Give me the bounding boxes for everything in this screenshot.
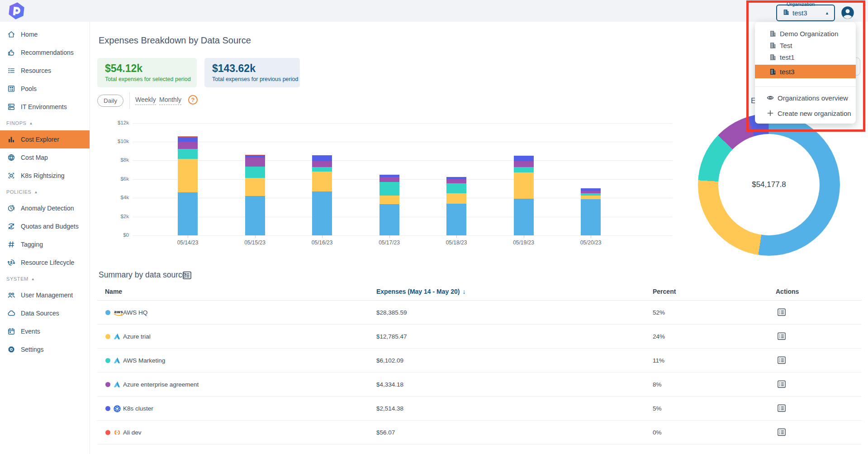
bar-segment-azure-enterprise-agreement[interactable] [446,179,466,183]
x-axis-tick-label: 05/17/23 [367,239,412,246]
org-menu-item-test3[interactable]: test3 [755,65,856,78]
tab-weekly[interactable]: Weekly [135,96,156,105]
row-list-details-icon[interactable] [777,308,786,319]
cell-name[interactable]: Ali dev [123,429,142,436]
bar-segment-aws-hq[interactable] [178,192,198,235]
cell-name[interactable]: AWS Marketing [123,357,165,364]
column-header-expenses[interactable]: Expenses (May 14 - May 20)↓ [376,288,465,295]
sidebar: HomeRecommendationsResourcesPoolsIT Envi… [0,22,90,454]
app-logo-icon[interactable] [7,1,26,22]
sidebar-item-pools[interactable]: Pools [0,80,90,98]
bar-segment-azure-trial[interactable] [312,172,332,191]
bar-segment-aws-hq[interactable] [312,191,332,235]
bar-segment-aws-hq[interactable] [581,199,601,235]
sidebar-section-policies[interactable]: POLICIES▲ [0,185,90,199]
bar-segment-k8s-cluster[interactable] [514,156,534,161]
gridline [133,160,673,161]
home-icon [7,30,21,38]
sidebar-item-it-environments[interactable]: IT Environments [0,98,90,116]
bar-segment-azure-trial[interactable] [379,196,399,204]
bar-segment-aws-marketing[interactable] [245,167,265,178]
tab-daily[interactable]: Daily [97,95,123,107]
building-icon [769,54,776,61]
list-details-icon[interactable] [182,271,192,282]
org-menu-item-demo-organization[interactable]: Demo Organization [755,28,856,39]
bar-segment-azure-trial[interactable] [581,196,601,199]
bar-segment-aws-marketing[interactable] [514,167,534,172]
bar-segment-aws-hq[interactable] [379,204,399,235]
sidebar-section-system[interactable]: SYSTEM▲ [0,272,90,286]
bar-segment-azure-enterprise-agreement[interactable] [581,191,601,193]
cell-name[interactable]: K8s cluster [123,405,153,412]
org-menu-item-test1[interactable]: test1 [755,51,856,63]
sidebar-item-home[interactable]: Home [0,25,90,43]
sidebar-item-cost-map[interactable]: Cost Map [0,148,90,167]
cell-percent: 5% [653,405,662,412]
sidebar-item-cost-explorer[interactable]: Cost Explorer [0,130,90,148]
y-axis-tick-label: $2k [104,214,129,219]
bar-segment-azure-enterprise-agreement[interactable] [178,142,198,149]
donut-center-total: $54,177.8 [698,180,840,189]
row-list-details-icon[interactable] [777,380,786,391]
sidebar-item-user-management[interactable]: User Management [0,286,90,304]
expenses-donut-chart[interactable]: $54,177.8 [698,114,840,256]
bar-segment-aws-marketing[interactable] [379,182,399,196]
bar-segment-k8s-cluster[interactable] [245,155,265,158]
cell-name[interactable]: AWS HQ [123,309,147,316]
series-color-dot [105,406,110,411]
bar-segment-azure-trial[interactable] [178,159,198,192]
bar-segment-azure-trial[interactable] [514,172,534,199]
bar-segment-ali-dev[interactable] [178,136,198,137]
org-menu-action-organizations-overview[interactable]: Organizations overview [755,91,856,105]
bar-segment-azure-trial[interactable] [245,178,265,196]
tab-monthly[interactable]: Monthly [159,96,181,105]
sidebar-item-tagging[interactable]: Tagging [0,235,90,253]
bar-segment-k8s-cluster[interactable] [312,155,332,161]
bar-segment-aws-marketing[interactable] [581,193,601,196]
calendar-icon [7,327,21,335]
series-color-dot [105,310,110,315]
sidebar-item-resource-lifecycle[interactable]: Resource Lifecycle [0,253,90,272]
row-list-details-icon[interactable] [777,332,786,343]
bar-segment-azure-trial[interactable] [446,193,466,204]
bar-chart-icon [7,135,21,143]
cell-name[interactable]: Azure enterprise agreement [123,381,199,388]
bar-segment-k8s-cluster[interactable] [581,188,601,191]
bar-segment-k8s-cluster[interactable] [379,175,399,177]
caret-up-icon: ▲ [825,11,829,15]
sidebar-item-anomaly-detection[interactable]: Anomaly Detection [0,199,90,217]
bar-segment-aws-marketing[interactable] [312,167,332,172]
organization-select[interactable]: test3 ▲ [776,5,835,21]
sidebar-item-k8s-rightsizing[interactable]: K8s Rightsizing [0,167,90,185]
sidebar-item-recommendations[interactable]: Recommendations [0,43,90,62]
bar-segment-aws-marketing[interactable] [446,183,466,193]
sidebar-item-events[interactable]: Events [0,322,90,340]
bar-segment-k8s-cluster[interactable] [178,137,198,142]
organization-dropdown-menu: Demo OrganizationTesttest1test3Organizat… [755,22,856,124]
svg-text:$: $ [10,225,12,229]
sidebar-item-settings[interactable]: Settings [0,340,90,358]
row-list-details-icon[interactable] [777,356,786,367]
bar-segment-aws-marketing[interactable] [178,149,198,159]
sidebar-section-finops[interactable]: FINOPS▲ [0,116,90,130]
help-icon[interactable]: ? [188,95,198,105]
row-list-details-icon[interactable] [777,404,786,415]
bar-segment-aws-hq[interactable] [446,204,466,235]
org-menu-item-test[interactable]: Test [755,39,856,51]
cell-name[interactable]: Azure trial [123,333,151,340]
aws-icon: aws [114,309,123,318]
bar-segment-azure-enterprise-agreement[interactable] [379,177,399,182]
bar-segment-k8s-cluster[interactable] [446,177,466,179]
row-list-details-icon[interactable] [777,428,786,439]
bar-segment-aws-hq[interactable] [245,196,265,235]
bar-segment-ali-dev[interactable] [245,155,265,155]
bar-segment-azure-enterprise-agreement[interactable] [245,158,265,167]
bar-segment-aws-hq[interactable] [514,199,534,235]
sidebar-item-resources[interactable]: Resources [0,62,90,80]
user-avatar-icon[interactable] [841,6,854,21]
bar-segment-azure-enterprise-agreement[interactable] [514,161,534,167]
org-menu-action-create-new-organization[interactable]: Create new organization [755,106,856,120]
bar-segment-azure-enterprise-agreement[interactable] [312,161,332,167]
sidebar-item-data-sources[interactable]: Data Sources [0,304,90,322]
sidebar-item-quotas-and-budgets[interactable]: $Quotas and Budgets [0,217,90,235]
